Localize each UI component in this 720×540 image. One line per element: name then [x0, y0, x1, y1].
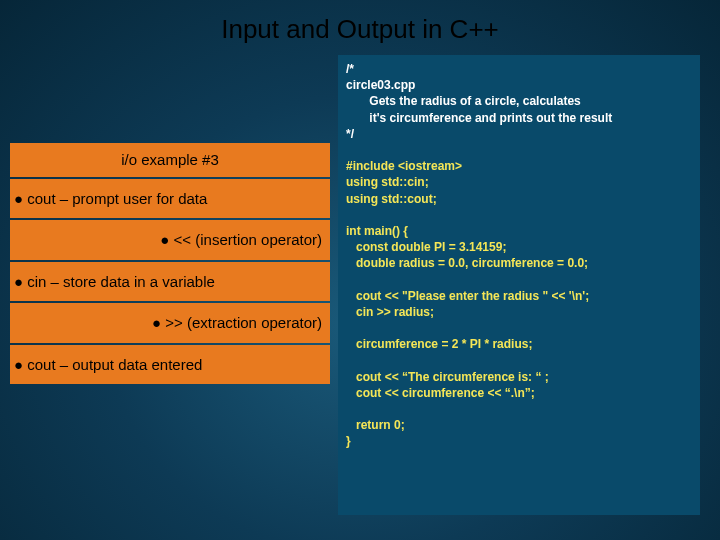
bullet-cout-output: ● cout – output data entered: [10, 345, 330, 385]
bullet-text: >> (extraction operator): [165, 314, 322, 331]
code-line: it's circumference and prints out the re…: [346, 111, 612, 125]
code-line: #include <iostream>: [346, 159, 462, 173]
code-line: }: [346, 434, 351, 448]
code-line: double radius = 0.0, circumference = 0.0…: [346, 256, 588, 270]
bullet-text: cin – store data in a variable: [27, 273, 215, 290]
left-column: i/o example #3 ● cout – prompt user for …: [10, 55, 330, 515]
code-line: return 0;: [346, 418, 405, 432]
bullet-cout-prompt: ● cout – prompt user for data: [10, 179, 330, 219]
bullet-text: cout – prompt user for data: [27, 190, 207, 207]
code-line: cout << "Please enter the radius " << '\…: [346, 289, 589, 303]
bullet-cin-store: ● cin – store data in a variable: [10, 262, 330, 302]
bullet-text: << (insertion operator): [174, 231, 322, 248]
slide-title: Input and Output in C++: [0, 0, 720, 55]
code-line: int main() {: [346, 224, 408, 238]
code-line: /*: [346, 62, 354, 76]
code-line: circumference = 2 * PI * radius;: [346, 337, 532, 351]
code-line: using std::cin;: [346, 175, 429, 189]
code-block: /* circle03.cpp Gets the radius of a cir…: [338, 55, 700, 515]
code-line: */: [346, 127, 354, 141]
code-line: const double PI = 3.14159;: [346, 240, 506, 254]
bullet-extraction-op: ● >> (extraction operator): [10, 303, 330, 343]
code-line: using std::cout;: [346, 192, 437, 206]
io-example-heading: i/o example #3: [10, 143, 330, 177]
code-line: cout << circumference << “.\n”;: [346, 386, 535, 400]
code-line: Gets the radius of a circle, calculates: [346, 94, 581, 108]
code-line: cin >> radius;: [346, 305, 434, 319]
code-line: cout << “The circumference is: “ ;: [346, 370, 549, 384]
bullet-insertion-op: ● << (insertion operator): [10, 220, 330, 260]
code-line: circle03.cpp: [346, 78, 415, 92]
bullet-text: cout – output data entered: [27, 356, 202, 373]
content-area: i/o example #3 ● cout – prompt user for …: [0, 55, 720, 515]
